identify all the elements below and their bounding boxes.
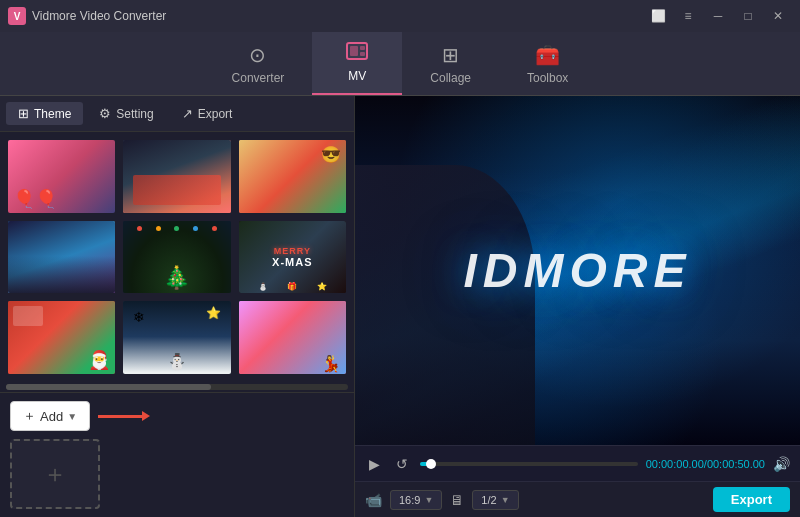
video-controls: ▶ ↺ 00:00:00.00/00:00:50.00 🔊 — [355, 445, 800, 481]
ratio-dropdown-icon: ▼ — [424, 495, 433, 505]
theme-stripes-waves[interactable]: 💃 Stripes & Waves — [237, 299, 348, 376]
theme-happy[interactable]: 😎 Happy — [237, 138, 348, 215]
add-button[interactable]: ＋ Add ▼ — [10, 401, 90, 431]
progress-dot — [426, 459, 436, 469]
setting-icon: ⚙ — [99, 106, 111, 121]
tab-toolbox[interactable]: 🧰 Toolbox — [499, 32, 596, 95]
sub-tab-setting-label: Setting — [116, 107, 153, 121]
scroll-thumb — [6, 384, 211, 390]
maximize-button[interactable]: □ — [734, 6, 762, 26]
tab-converter-label: Converter — [232, 71, 285, 85]
ratio-selector[interactable]: 16:9 ▼ — [390, 490, 442, 510]
balloons-decoration: 🎈🎈 — [13, 188, 57, 210]
page-label: 1/2 — [481, 494, 496, 506]
sub-tab-export[interactable]: ↗ Export — [170, 102, 245, 125]
close-button[interactable]: ✕ — [764, 6, 792, 26]
drop-zone[interactable]: ＋ — [10, 439, 100, 509]
page-selector[interactable]: 1/2 ▼ — [472, 490, 518, 510]
export-button[interactable]: Export — [713, 487, 790, 512]
svg-rect-3 — [360, 52, 365, 56]
mv-icon — [346, 42, 368, 65]
cave-shape — [355, 165, 535, 445]
svg-rect-2 — [360, 46, 365, 50]
left-panel: ⊞ Theme ⚙ Setting ↗ Export 🎈🎈 Chic — [0, 96, 355, 517]
video-file-icon: 📹 — [365, 492, 382, 508]
red-arrow-line — [98, 415, 143, 418]
theme-snowy-night[interactable]: ❄ ⭐ ⛄ Snowy Night — [121, 299, 232, 376]
app-title: Vidmore Video Converter — [32, 9, 166, 23]
bottom-controls: 📹 16:9 ▼ 🖥 1/2 ▼ Export — [355, 481, 800, 517]
arrow-indicator — [98, 415, 143, 418]
left-bottom: ＋ Add ▼ ＋ — [0, 392, 354, 517]
theme-christmas-eve[interactable]: 🎄 Christmas Eve — [121, 219, 232, 296]
theme-grid: 🎈🎈 Chic Neat 😎 — [0, 132, 354, 382]
title-bar-controls: ⬜ ≡ ─ □ ✕ — [644, 6, 792, 26]
drop-zone-plus-icon: ＋ — [43, 458, 67, 490]
main-content: ⊞ Theme ⚙ Setting ↗ Export 🎈🎈 Chic — [0, 96, 800, 517]
right-panel: IDMORE ▶ ↺ 00:00:00.00/00:00:50.00 🔊 📹 1… — [355, 96, 800, 517]
toolbox-icon: 🧰 — [535, 43, 560, 67]
preview-logo: IDMORE — [464, 243, 692, 298]
svg-rect-1 — [350, 46, 358, 56]
monitor-icon: 🖥 — [450, 492, 464, 508]
menu-button[interactable]: ≡ — [674, 6, 702, 26]
app-icon: V — [8, 7, 26, 25]
title-bar: V Vidmore Video Converter ⬜ ≡ ─ □ ✕ — [0, 0, 800, 32]
minimize-button[interactable]: ─ — [704, 6, 732, 26]
tab-collage-label: Collage — [430, 71, 471, 85]
progress-bar[interactable] — [420, 462, 638, 466]
sub-tab-setting[interactable]: ⚙ Setting — [87, 102, 165, 125]
volume-icon[interactable]: 🔊 — [773, 456, 790, 472]
time-total: 00:00:50.00 — [707, 458, 765, 470]
sub-tab-export-label: Export — [198, 107, 233, 121]
tab-mv-label: MV — [348, 69, 366, 83]
chat-button[interactable]: ⬜ — [644, 6, 672, 26]
tab-converter[interactable]: ⊙ Converter — [204, 32, 313, 95]
play-button[interactable]: ▶ — [365, 454, 384, 474]
scroll-track[interactable] — [6, 384, 348, 390]
sub-tab-theme-label: Theme — [34, 107, 71, 121]
ratio-label: 16:9 — [399, 494, 420, 506]
theme-merry-christmas[interactable]: MERRY X-MAS ⛄ 🎁 ⭐ Merry Christmas — [237, 219, 348, 296]
title-bar-left: V Vidmore Video Converter — [8, 7, 166, 25]
add-label: Add — [40, 409, 63, 424]
collage-icon: ⊞ — [442, 43, 459, 67]
converter-icon: ⊙ — [249, 43, 266, 67]
tab-bar: ⊙ Converter MV ⊞ Collage 🧰 Toolbox — [0, 32, 800, 96]
theme-simple[interactable]: Simple — [6, 219, 117, 296]
add-plus-icon: ＋ — [23, 407, 36, 425]
sub-tab-bar: ⊞ Theme ⚙ Setting ↗ Export — [0, 96, 354, 132]
rewind-button[interactable]: ↺ — [392, 454, 412, 474]
theme-grid-icon: ⊞ — [18, 106, 29, 121]
theme-neat[interactable]: Neat — [121, 138, 232, 215]
dropdown-arrow-icon: ▼ — [67, 411, 77, 422]
tab-collage[interactable]: ⊞ Collage — [402, 32, 499, 95]
theme-chic[interactable]: 🎈🎈 Chic — [6, 138, 117, 215]
video-preview: IDMORE — [355, 96, 800, 445]
page-dropdown-icon: ▼ — [501, 495, 510, 505]
time-display: 00:00:00.00/00:00:50.00 — [646, 458, 765, 470]
sub-tab-theme[interactable]: ⊞ Theme — [6, 102, 83, 125]
tab-toolbox-label: Toolbox — [527, 71, 568, 85]
add-btn-row: ＋ Add ▼ — [10, 401, 344, 431]
time-current: 00:00:00.00 — [646, 458, 704, 470]
theme-santa-claus[interactable]: 🎅 Santa Claus — [6, 299, 117, 376]
export-icon: ↗ — [182, 106, 193, 121]
tab-mv[interactable]: MV — [312, 32, 402, 95]
